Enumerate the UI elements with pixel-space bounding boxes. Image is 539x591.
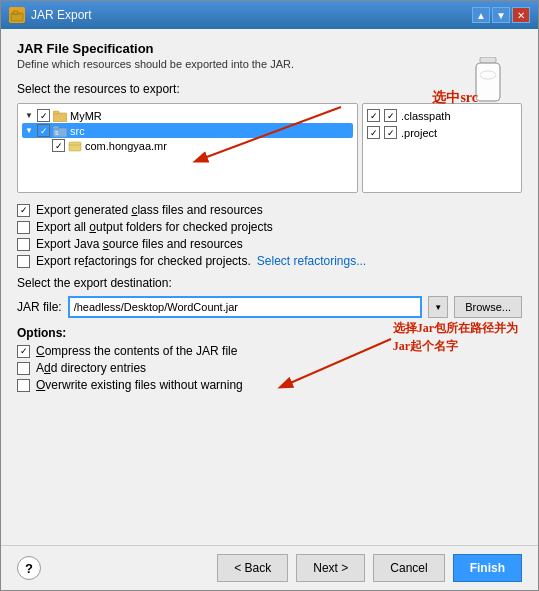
svg-text:s: s	[55, 129, 59, 136]
export-opt-4[interactable]: Export refactorings for checked projects…	[17, 254, 522, 268]
header-section: JAR File Specification Define which reso…	[17, 41, 522, 74]
title-bar-left: JAR Export	[9, 7, 92, 23]
options-section: Options: Compress the contents of the JA…	[17, 326, 522, 392]
svg-rect-12	[69, 142, 81, 151]
maximize-button[interactable]: ▼	[492, 7, 510, 23]
export-opt-2[interactable]: Export all output folders for checked pr…	[17, 220, 522, 234]
footer-right: < Back Next > Cancel Finish	[217, 554, 522, 582]
expand-icon-src[interactable]: ▼	[24, 126, 34, 136]
opt-overwrite[interactable]: Overwrite existing files without warning	[17, 378, 522, 392]
export-opt-3-label: Export Java source files and resources	[36, 237, 243, 251]
title-bar: JAR Export ▲ ▼ ✕	[1, 1, 538, 29]
tree-label-package: com.hongyaa.mr	[85, 140, 167, 152]
right-item-classpath[interactable]: .classpath	[367, 108, 517, 123]
select-refactorings-link[interactable]: Select refactorings...	[257, 254, 366, 268]
cb-compress[interactable]	[17, 345, 30, 358]
window-icon	[9, 7, 25, 23]
classpath-label: .classpath	[401, 110, 451, 122]
svg-rect-1	[13, 11, 18, 14]
cancel-button[interactable]: Cancel	[373, 554, 444, 582]
export-opt-1[interactable]: Export generated class files and resourc…	[17, 203, 522, 217]
cb-directory[interactable]	[17, 362, 30, 375]
checkbox-classpath-2[interactable]	[384, 109, 397, 122]
checkbox-src[interactable]	[37, 124, 50, 137]
checkbox-package[interactable]	[52, 139, 65, 152]
resources-label: Select the resources to export:	[17, 82, 522, 96]
jar-file-row: JAR file: ▼ Browse...	[17, 296, 522, 318]
svg-rect-7	[53, 113, 67, 122]
expand-icon-mymr[interactable]: ▼	[24, 111, 34, 121]
checkbox-project-2[interactable]	[384, 126, 397, 139]
export-opt-4-label: Export refactorings for checked projects…	[36, 254, 251, 268]
footer: ? < Back Next > Cancel Finish	[1, 545, 538, 590]
options-label: Options:	[17, 326, 522, 340]
resources-panels: ▼ MyMR ▼	[17, 103, 522, 193]
finish-button[interactable]: Finish	[453, 554, 522, 582]
tree-item-mymr[interactable]: ▼ MyMR	[22, 108, 353, 123]
page-description: Define which resources should be exporte…	[17, 58, 522, 70]
svg-rect-2	[13, 14, 21, 15]
help-button[interactable]: ?	[17, 556, 41, 580]
export-opt-1-label: Export generated class files and resourc…	[36, 203, 263, 217]
destination-section: Select the export destination: JAR file:…	[17, 276, 522, 318]
opt-compress-label: Compress the contents of the JAR file	[36, 344, 237, 358]
jar-file-label: JAR file:	[17, 300, 62, 314]
window-title: JAR Export	[31, 8, 92, 22]
tree-panel[interactable]: ▼ MyMR ▼	[17, 103, 358, 193]
tree-item-src[interactable]: ▼ s src	[22, 123, 353, 138]
export-options: Export generated class files and resourc…	[17, 203, 522, 268]
tree-label-src: src	[70, 125, 85, 137]
tree-label-mymr: MyMR	[70, 110, 102, 122]
cb-export-3[interactable]	[17, 238, 30, 251]
cb-export-4[interactable]	[17, 255, 30, 268]
tree-item-package[interactable]: com.hongyaa.mr	[22, 138, 353, 153]
project-label: .project	[401, 127, 437, 139]
checkbox-project[interactable]	[367, 126, 380, 139]
title-bar-controls: ▲ ▼ ✕	[472, 7, 530, 23]
close-button[interactable]: ✕	[512, 7, 530, 23]
right-panel[interactable]: .classpath .project	[362, 103, 522, 193]
cb-export-2[interactable]	[17, 221, 30, 234]
svg-rect-8	[53, 111, 59, 114]
opt-directory[interactable]: Add directory entries	[17, 361, 522, 375]
back-button[interactable]: < Back	[217, 554, 288, 582]
jar-file-input[interactable]	[68, 296, 422, 318]
opt-compress[interactable]: Compress the contents of the JAR file	[17, 344, 522, 358]
opt-overwrite-label: Overwrite existing files without warning	[36, 378, 243, 392]
destination-label: Select the export destination:	[17, 276, 522, 290]
right-item-project[interactable]: .project	[367, 125, 517, 140]
main-content: JAR File Specification Define which reso…	[1, 29, 538, 545]
cb-export-1[interactable]	[17, 204, 30, 217]
minimize-button[interactable]: ▲	[472, 7, 490, 23]
jar-dropdown-button[interactable]: ▼	[428, 296, 448, 318]
page-title: JAR File Specification	[17, 41, 522, 56]
options-items: Compress the contents of the JAR file Ad…	[17, 344, 522, 392]
next-button[interactable]: Next >	[296, 554, 365, 582]
resources-section: Select the resources to export: ▼	[17, 82, 522, 193]
checkbox-mymr[interactable]	[37, 109, 50, 122]
cb-overwrite[interactable]	[17, 379, 30, 392]
footer-left: ?	[17, 556, 41, 580]
checkbox-classpath[interactable]	[367, 109, 380, 122]
browse-button[interactable]: Browse...	[454, 296, 522, 318]
export-opt-2-label: Export all output folders for checked pr…	[36, 220, 273, 234]
jar-export-window: JAR Export ▲ ▼ ✕ JAR File Specification …	[0, 0, 539, 591]
opt-directory-label: Add directory entries	[36, 361, 146, 375]
export-opt-3[interactable]: Export Java source files and resources	[17, 237, 522, 251]
